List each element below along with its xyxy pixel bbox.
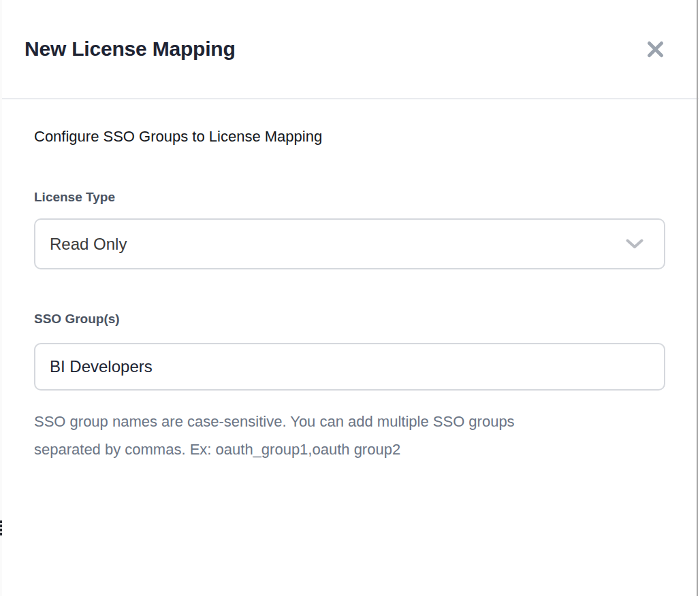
new-license-mapping-modal: New License Mapping Configure SSO Groups… — [2, 0, 697, 596]
close-button[interactable] — [646, 40, 665, 59]
license-type-label: License Type — [34, 190, 666, 205]
license-type-select[interactable]: Read Only — [34, 218, 665, 269]
modal-title: New License Mapping — [25, 37, 236, 61]
sso-groups-help-line2: separated by commas. Ex: oauth_group1,oa… — [34, 441, 400, 458]
chevron-down-icon — [626, 239, 643, 249]
sso-groups-label: SSO Group(s) — [34, 312, 666, 327]
modal-description: Configure SSO Groups to License Mapping — [34, 127, 666, 147]
modal-header: New License Mapping — [2, 0, 697, 98]
modal-body: Configure SSO Groups to License Mapping … — [2, 98, 697, 463]
sso-groups-input[interactable] — [34, 343, 665, 391]
sso-groups-help-line1: SSO group names are case-sensitive. You … — [34, 413, 515, 430]
header-divider — [2, 98, 699, 99]
license-type-selected-value: Read Only — [50, 235, 127, 254]
sso-groups-help-text: SSO group names are case-sensitive. You … — [34, 408, 666, 463]
modal-right-edge — [697, 0, 698, 596]
x-close-icon — [646, 40, 665, 59]
screen: New License Mapping Configure SSO Groups… — [0, 0, 700, 596]
